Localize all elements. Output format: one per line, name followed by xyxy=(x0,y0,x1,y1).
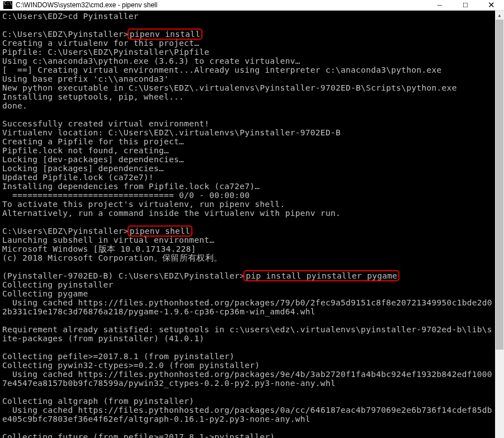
scroll-thumb[interactable] xyxy=(496,20,503,350)
prompt: C:\Users\EDZ\Pyinstaller> xyxy=(2,30,129,39)
output-line: Installing setuptools, pip, wheel... xyxy=(2,92,184,101)
terminal-container: C:\Users\EDZ>cd Pyinstaller C:\Users\EDZ… xyxy=(0,11,504,438)
output-line: ================================ 0/0 - 0… xyxy=(2,191,249,200)
output-line: Alternatively, run a command inside the … xyxy=(2,209,341,218)
output-line: To activate this project's virtualenv, r… xyxy=(2,200,285,209)
output-line: Successfully created virtual environment… xyxy=(2,119,209,128)
output-line: Updated Pipfile.lock (ca72e7)! xyxy=(2,173,154,182)
output-line: Locking [packages] dependencies… xyxy=(2,164,164,173)
terminal-output[interactable]: C:\Users\EDZ>cd Pyinstaller C:\Users\EDZ… xyxy=(0,11,495,438)
output-line: Using cached https://files.pythonhosted.… xyxy=(2,298,493,316)
output-line: Collecting pefile>=2017.8.1 (from pyinst… xyxy=(2,352,234,361)
output-line: Virtualenv location: C:\Users\EDZ\.virtu… xyxy=(2,128,341,137)
highlight-pipenv-shell: pipenv shell xyxy=(128,225,192,237)
output-line: Installing dependencies from Pipfile.loc… xyxy=(2,182,260,191)
command: cd Pyinstaller xyxy=(68,12,138,21)
output-line: Collecting pygame xyxy=(2,289,88,298)
window-title: C:\WINDOWS\system32\cmd.exe - pipenv she… xyxy=(16,1,427,9)
output-line: [ ==] Creating virtual environment...Alr… xyxy=(2,65,442,74)
output-line: Requirement already satisfied: setuptool… xyxy=(2,325,493,343)
output-line: (c) 2018 Microsoft Corporation。保留所有权利。 xyxy=(2,253,222,262)
output-line: Creating a virtualenv for this project… xyxy=(2,39,199,48)
output-line: Using c:\anaconda3\python.exe (3.6.3) to… xyxy=(2,56,300,65)
output-line: Using base prefix 'c:\\anaconda3' xyxy=(2,74,169,83)
output-line: Using cached https://files.pythonhosted.… xyxy=(2,370,493,388)
output-line: Collecting pyinstaller xyxy=(2,280,114,289)
output-line: Pipfile: C:\Users\EDZ\Pyinstaller\Pipfil… xyxy=(2,48,209,56)
window-titlebar: C:\WINDOWS\system32\cmd.exe - pipenv she… xyxy=(0,0,504,11)
output-line: Creating a Pipfile for this project… xyxy=(2,137,184,146)
output-line: done. xyxy=(2,101,27,110)
minimize-button[interactable]: ─ xyxy=(427,0,453,10)
output-line: Pipfile.lock not found, creating… xyxy=(2,146,169,155)
output-line: Locking [dev-packages] dependencies… xyxy=(2,155,184,164)
prompt: C:\Users\EDZ> xyxy=(2,12,68,21)
cmd-icon xyxy=(3,1,12,9)
output-line: Using cached https://files.pythonhosted.… xyxy=(2,406,493,423)
output-line: Launching subshell in virtual environmen… xyxy=(2,236,214,244)
prompt: C:\Users\EDZ\Pyinstaller> xyxy=(2,227,129,236)
output-line: New python executable in C:\Users\EDZ\.v… xyxy=(2,83,457,92)
output-line: Collecting altgraph (from pyinstaller) xyxy=(2,397,194,406)
output-line: Collecting future (from pefile>=2017.8.1… xyxy=(2,432,275,438)
output-line: Collecting pywin32-ctypes>=0.2.0 (from p… xyxy=(2,361,260,370)
maximize-button[interactable]: ☐ xyxy=(453,0,478,10)
close-button[interactable]: ✕ xyxy=(478,0,504,10)
window-controls: ─ ☐ ✕ xyxy=(427,0,504,10)
output-line: Microsoft Windows [版本 10.0.17134.228] xyxy=(2,244,196,253)
highlight-pipenv-install: pipenv install xyxy=(128,29,202,40)
prompt: (Pyinstaller-9702ED-B) C:\Users\EDZ\Pyin… xyxy=(2,271,244,280)
vertical-scrollbar[interactable]: ▲ ▼ xyxy=(495,11,504,438)
scroll-up-arrow[interactable]: ▲ xyxy=(495,11,504,20)
highlight-pip-install: pip install pyinstaller pygame xyxy=(243,270,399,281)
